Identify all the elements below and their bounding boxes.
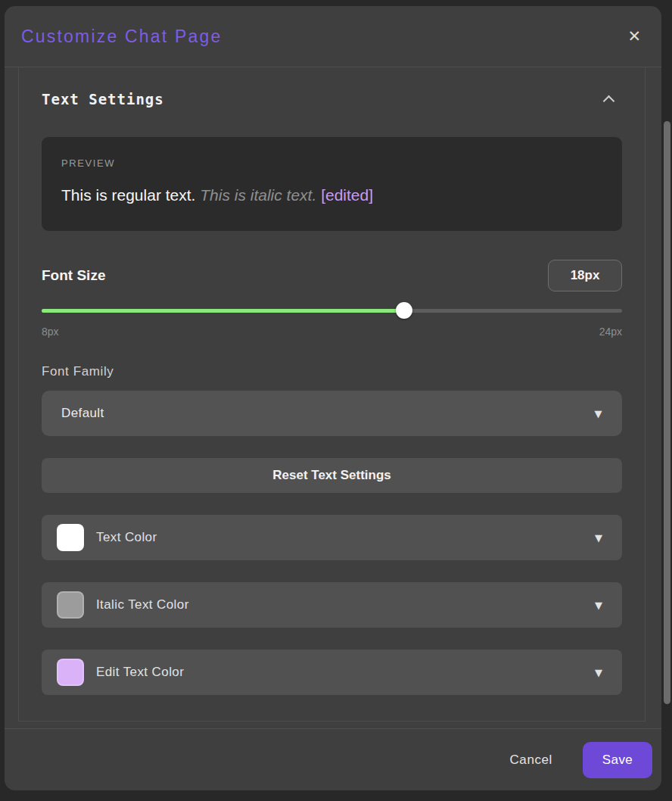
text-color-row[interactable]: Text Color ▼: [42, 515, 622, 560]
preview-regular-text: This is regular text.: [61, 186, 195, 204]
dropdown-caret-icon: ▼: [595, 667, 602, 678]
font-size-row: Font Size 18px: [42, 260, 622, 291]
preview-italic-text: This is italic text.: [200, 186, 316, 204]
edit-text-color-label: Edit Text Color: [96, 665, 184, 680]
section-title: Text Settings: [42, 91, 164, 108]
modal-title: Customize Chat Page: [21, 26, 222, 47]
slider-max-label: 24px: [599, 326, 622, 338]
font-size-label: Font Size: [42, 267, 105, 284]
preview-text-line: This is regular text. This is italic tex…: [61, 186, 602, 204]
preview-edited-tag: [edited]: [321, 186, 373, 204]
font-size-value-box[interactable]: 18px: [548, 260, 622, 291]
font-family-selected-value: Default: [61, 406, 104, 421]
dropdown-caret-icon: ▼: [595, 408, 602, 419]
font-family-label: Font Family: [42, 364, 622, 379]
font-size-slider[interactable]: [42, 301, 622, 319]
cancel-button[interactable]: Cancel: [509, 753, 552, 768]
page-background: { "header": { "title": "Customize Chat P…: [0, 0, 672, 801]
slider-min-label: 8px: [42, 326, 59, 338]
save-button[interactable]: Save: [583, 742, 652, 778]
modal-header: Customize Chat Page ✕: [5, 6, 661, 67]
slider-range-labels: 8px 24px: [42, 326, 622, 338]
close-icon[interactable]: ✕: [627, 29, 641, 45]
font-family-select[interactable]: Default ▼: [42, 391, 622, 436]
edit-text-color-swatch[interactable]: [57, 659, 84, 686]
dropdown-caret-icon: ▼: [595, 532, 602, 544]
text-color-label: Text Color: [96, 530, 157, 545]
italic-text-color-swatch[interactable]: [57, 591, 84, 619]
italic-text-color-label: Italic Text Color: [96, 597, 189, 612]
dropdown-caret-icon: ▼: [595, 600, 602, 611]
text-preview-card: PREVIEW This is regular text. This is it…: [42, 137, 622, 231]
preview-label: PREVIEW: [61, 157, 602, 169]
scrollbar-thumb[interactable]: [664, 121, 670, 704]
edit-text-color-row[interactable]: Edit Text Color ▼: [42, 650, 622, 695]
text-color-swatch[interactable]: [57, 524, 84, 551]
settings-scroll-area: Text Settings PREVIEW This is regular te…: [18, 67, 646, 722]
modal-footer: Cancel Save: [5, 728, 661, 790]
reset-text-settings-button[interactable]: Reset Text Settings: [42, 458, 622, 493]
chevron-up-icon[interactable]: [603, 95, 615, 107]
slider-thumb[interactable]: [396, 302, 412, 319]
slider-fill: [42, 309, 404, 313]
customize-chat-modal: Customize Chat Page ✕ Text Settings PREV…: [5, 6, 661, 790]
text-settings-section-header: Text Settings: [42, 91, 622, 108]
italic-text-color-row[interactable]: Italic Text Color ▼: [42, 582, 622, 628]
